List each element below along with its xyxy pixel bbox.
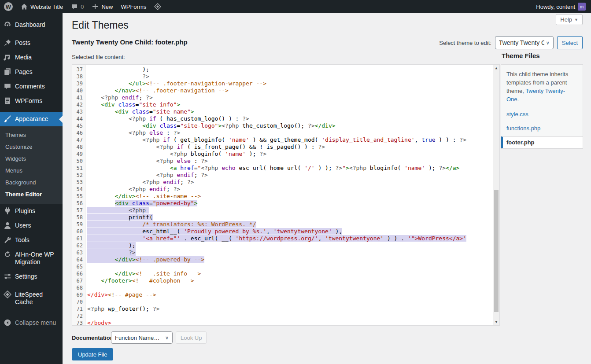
submenu-item-background[interactable]: Background [0,176,63,188]
editor-scrollbar[interactable]: ▲ ▼ [493,65,499,325]
site-name-label: Website Title [30,4,63,10]
code-line: <?php else : ?> [87,129,499,136]
media-icon [4,53,11,61]
line-number: 39 [72,80,83,87]
sidebar-item-media[interactable]: Media [0,50,63,65]
sidebar-item-appearance[interactable]: Appearance [0,112,63,126]
submenu-item-theme-editor[interactable]: Theme Editor [0,188,63,200]
selected-text: ); [87,242,136,249]
code-line: <?php bloginfo( 'name' ); ?> [87,151,499,158]
code-line: <div class="site-logo"><?php the_custom_… [87,122,499,129]
plugins-icon [4,207,11,215]
code-line: </div><!-- .site-name --> [87,193,499,200]
line-number: 63 [72,249,83,256]
sidebar-menu: DashboardPostsMediaPagesCommentsWPFormsA… [0,13,63,364]
line-number: 49 [72,151,83,158]
line-number: 57 [72,207,83,214]
theme-files-heading: Theme Files [502,52,583,59]
code-line: <?php endif; ?> [87,186,499,193]
code-line: <?php else : ?> [87,158,499,165]
theme-file-link-functions.php[interactable]: functions.php [501,125,583,132]
wordpress-logo-menu[interactable]: W [0,0,17,13]
code-pane[interactable]: ); ?> </ul><!-- .footer-navigation-wrapp… [85,65,499,325]
sidebar-item-label: Appearance [15,115,48,123]
line-number: 72 [72,313,83,320]
code-line: <a href="<?php echo esc_url( home_url( '… [87,165,499,172]
sidebar-item-tools[interactable]: Tools [0,233,63,247]
line-number: 53 [72,179,83,186]
theme-files-box: This child theme inherits templates from… [501,64,583,149]
sidebar-item-users[interactable]: Users [0,218,63,233]
plus-icon [92,3,99,10]
scrollbar-down-arrow-icon[interactable]: ▼ [493,319,499,325]
scrollbar-up-arrow-icon[interactable]: ▲ [493,65,499,71]
code-line: esc_html__( 'Proudly powered by %s.', 't… [87,228,499,235]
line-number: 52 [72,172,83,179]
child-theme-notice: This child theme inherits templates from… [501,70,583,103]
code-editor[interactable]: 3738394041424344454647484950515253545556… [72,64,500,326]
wpforms-menu[interactable]: WPForms [117,0,150,13]
submenu-item-themes[interactable]: Themes [0,129,63,141]
selected-text: '<a href="' . esc_url( __( 'https://word… [87,235,466,242]
submenu-item-menus[interactable]: Menus [0,165,63,176]
site-name-menu[interactable]: Website Title [17,0,67,13]
code-line: <?php endif; ?> [87,94,499,101]
sidebar-item-plugins[interactable]: Plugins [0,204,63,218]
code-line: <div class="site-info"> [87,101,499,108]
theme-file-active-footer.php[interactable]: footer.php [501,136,583,148]
documentation-select[interactable]: Function Name… ∨ [111,331,173,344]
sidebar-item-migration[interactable]: All-in-One WP Migration [0,247,63,269]
line-number: 70 [72,298,83,305]
howdy-account-menu[interactable]: Howdy, content m [536,0,586,13]
submenu-item-customize[interactable]: Customize [0,141,63,153]
sidebar-item-collapse[interactable]: Collapse menu [0,316,63,330]
code-line [87,298,499,305]
sidebar-item-settings[interactable]: Settings [0,269,63,284]
documentation-row: Documentation: Function Name… ∨ Look Up [72,331,207,344]
sidebar-item-litespeed[interactable]: LiteSpeed Cache [0,287,63,309]
theme-file-link-style.css[interactable]: style.css [501,111,583,118]
sidebar-item-posts[interactable]: Posts [0,36,63,50]
line-number: 46 [72,129,83,136]
code-line: <?php endif; ?> [87,172,499,179]
line-number: 47 [72,136,83,143]
line-number: 62 [72,242,83,249]
menu-separator [0,284,63,287]
sidebar-item-label: Tools [15,236,30,244]
sidebar-item-wpforms[interactable]: WPForms [0,94,63,108]
code-line: </ul><!-- .footer-navigation-wrapper --> [87,80,499,87]
line-number: 51 [72,165,83,172]
page-title: Edit Themes [72,19,129,31]
theme-select-dropdown[interactable]: Twenty Twenty One ∨ [495,36,554,49]
line-number: 64 [72,256,83,263]
howdy-label: Howdy, content [536,4,575,10]
update-file-button[interactable]: Update File [72,348,113,360]
select-theme-button[interactable]: Select [557,36,583,49]
code-line: </nav><!-- .footer-navigation --> [87,87,499,94]
help-button[interactable]: Help ▼ [556,14,583,25]
code-line: <?php wp_footer(); ?> [87,305,499,313]
new-content-menu[interactable]: New [88,0,117,13]
sidebar-item-comments[interactable]: Comments [0,79,63,94]
code-line: <?php if ( get_bloginfo( 'name' ) && get… [87,136,499,143]
code-line: ); [87,66,499,73]
sidebar-item-pages[interactable]: Pages [0,65,63,79]
lookup-button[interactable]: Look Up [176,331,207,344]
code-line [87,284,499,291]
line-number: 50 [72,158,83,165]
litespeed-menu[interactable] [150,0,165,13]
sidebar-item-dashboard[interactable]: Dashboard [0,18,63,32]
sidebar-item-label: WPForms [15,97,42,105]
code-line: ?> [87,249,499,256]
line-number: 69 [72,291,83,298]
sidebar-item-label: Posts [15,39,30,47]
submenu-item-widgets[interactable]: Widgets [0,153,63,165]
wpforms-label: WPForms [121,4,146,10]
selected-text: ?> [87,249,136,256]
scrollbar-thumb[interactable] [494,190,499,312]
line-number: 73 [72,320,83,326]
selected-text: <?php [87,207,149,213]
line-number: 67 [72,277,83,284]
comments-menu[interactable]: 0 [67,0,88,13]
code-line: '<a href="' . esc_url( __( 'https://word… [87,235,499,242]
